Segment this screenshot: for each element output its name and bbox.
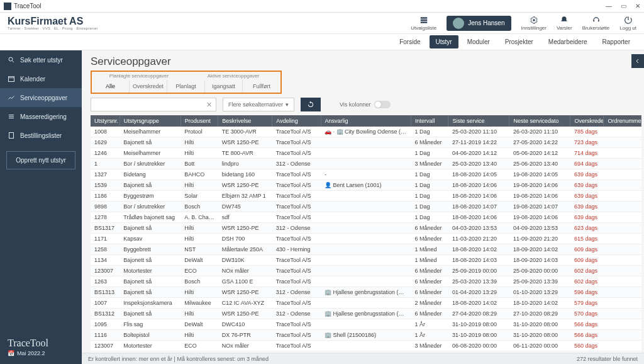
close-button[interactable]: ✕ (635, 3, 640, 9)
cell: 1 År (411, 330, 448, 341)
column-header[interactable]: Intervall (411, 115, 448, 127)
cell: Målertavle 250A (218, 244, 272, 255)
cell: Bor / skrutrekker (119, 159, 180, 169)
support-label: Brukerstøtte (582, 25, 610, 31)
settings-button[interactable]: Innstillinger (521, 16, 547, 31)
side-panel-toggle[interactable] (631, 54, 644, 68)
table-row[interactable]: 1116BoltepistolHiltiDX 76-PTRTraceTool A… (91, 330, 641, 341)
column-header[interactable]: Utstyrsgruppe (119, 115, 180, 127)
table-row[interactable]: 1258ByggebrettNSTMålertavle 250A430 - He… (91, 244, 641, 255)
column-header[interactable]: Produsent (180, 115, 218, 127)
table-row[interactable]: 1263Bajonett såBoschGSA 1100 ETraceTool … (91, 276, 641, 287)
filter-tab-fullfort[interactable]: Fullført (243, 80, 280, 93)
more-filters-button[interactable]: Flere søkealternativer▾ (223, 98, 294, 111)
table-row[interactable]: 1186ByggestrømSolarElbjørn 32 AMP 1Trace… (91, 191, 641, 202)
sidebar-item-massedit[interactable]: Masseredigering (0, 107, 82, 126)
cell: GSA 1100 E (218, 276, 272, 287)
filter-tab-alle[interactable]: Alle (92, 80, 130, 93)
table-row[interactable]: 1629Bajonett såHiltiWSR 1250-PETraceTool… (91, 137, 641, 148)
sidebar-item-search[interactable]: Søk etter utstyr (0, 50, 82, 69)
cell (321, 223, 411, 234)
table-row[interactable]: 1327BidetangBAHCObidetang 160TraceTool A… (91, 169, 641, 180)
cell: 1 År (411, 319, 448, 330)
cell (604, 127, 641, 137)
column-header[interactable]: Ansvarlig (321, 115, 411, 127)
logout-button[interactable]: Logg ut (619, 16, 636, 31)
column-header[interactable]: Utstyrsnr. (91, 115, 119, 127)
alerts-button[interactable]: Varsler (557, 16, 572, 31)
user-chip[interactable]: Jens Hansen (447, 16, 511, 31)
table-row[interactable]: 1008MeiselhammerProtoolTE 3000-AVRTraceT… (91, 127, 641, 137)
column-header[interactable]: Overskredet (570, 115, 604, 127)
support-button[interactable]: Brukerstøtte (582, 16, 610, 31)
column-header[interactable]: Ordrenummer (604, 115, 641, 127)
nav-moduler[interactable]: Moduler (461, 35, 496, 48)
cell: 👤 Bent Larsen (1001) (321, 180, 411, 191)
maximize-button[interactable]: ▭ (621, 3, 626, 9)
column-header[interactable]: Avdeling (272, 115, 321, 127)
cell: ECO (180, 341, 218, 351)
table-row[interactable]: 1Bor / skrutrekkerBottlindpro312 - Odens… (91, 159, 641, 169)
table-row[interactable]: BS1317Bajonett såHiltiWSR 1250-PE312 - O… (91, 223, 641, 234)
cell (604, 137, 641, 148)
filter-group-label: Planlagte serviceoppgaver (92, 72, 186, 80)
cell: Bidetang (119, 169, 180, 180)
table-row[interactable]: 123007MotortesterECONOx målerTraceTool A… (91, 341, 641, 351)
status-left: Er kontrollert innen: mer enn et år | Må… (88, 356, 269, 362)
cell (604, 276, 641, 287)
cell: 1 Dag (411, 191, 448, 202)
utvalgsliste-button[interactable]: Utvalgsliste (411, 16, 436, 31)
cell: 1171 (91, 234, 119, 244)
search-box[interactable]: ✕ (91, 98, 216, 111)
table-row[interactable]: BS1313Bajonett såHiltiWSR 1250-PE312 - O… (91, 287, 641, 298)
table-row[interactable]: 1134Bajonett såDeWaltDW310KTraceTool A/S… (91, 255, 641, 266)
cell: 25-03-2020 13:40 (448, 159, 509, 169)
sidebar-item-label: Bestillingslister (20, 132, 62, 139)
nav-forside[interactable]: Forside (393, 35, 426, 48)
refresh-button[interactable] (301, 98, 321, 111)
filter-tab-overskredet[interactable]: Overskredet (130, 80, 167, 93)
sidebar-item-orders[interactable]: Bestillingslister (0, 126, 82, 145)
cell: BS1312 (91, 309, 119, 319)
filter-tab-planlagt[interactable]: Planlagt (167, 80, 205, 93)
nav-medarbeidere[interactable]: Medarbeidere (542, 35, 594, 48)
column-header[interactable]: Beskrivelse (218, 115, 272, 127)
cell: Protool (180, 127, 218, 137)
column-header[interactable]: Neste servicedato (509, 115, 570, 127)
cell: TraceTool A/S (272, 276, 321, 287)
cell: TraceTool A/S (272, 319, 321, 330)
cell: 18-10-2020 14:02 (509, 298, 570, 309)
table-row[interactable]: 9898Bor / skrutrekkerBoschDW745TraceTool… (91, 202, 641, 212)
search-input[interactable] (95, 101, 206, 108)
column-header[interactable]: Siste service (448, 115, 509, 127)
nav-rapporter[interactable]: Rapporter (596, 35, 636, 48)
cell: Hilti (180, 180, 218, 191)
minimize-button[interactable]: — (606, 3, 612, 9)
nav-prosjekter[interactable]: Prosjekter (499, 35, 540, 48)
cell (604, 330, 641, 341)
cell: 639 dags (570, 202, 604, 212)
sidebar-item-calendar[interactable]: Kalender (0, 69, 82, 88)
table-row[interactable]: 1171KapsavHiltiDSH 700TraceTool A/S6 Mån… (91, 234, 641, 244)
nav-utstyr[interactable]: Utstyr (430, 35, 458, 48)
table-row[interactable]: 1246MeiselhammerHiltiTE 800-AVRTraceTool… (91, 148, 641, 159)
filter-tab-igangsatt[interactable]: Igangsatt (205, 80, 243, 93)
status-bar: Er kontrollert innen: mer enn et år | Må… (82, 353, 644, 364)
cell (604, 159, 641, 169)
cell: 31-10-2019 08:00 (448, 330, 509, 341)
create-equipment-button[interactable]: Opprett nytt utstyr (6, 151, 75, 169)
clear-icon[interactable]: ✕ (206, 101, 212, 109)
svg-rect-0 (420, 17, 427, 18)
table-row[interactable]: 1278Trådløs bajonett sagA. B. ChancesdfT… (91, 212, 641, 223)
cell: 1095 (91, 319, 119, 330)
table-row[interactable]: 1539Bajonett såHiltiWSR 1250-PETraceTool… (91, 180, 641, 191)
visible-columns-toggle[interactable]: Vis kolonner (340, 101, 391, 108)
cell: Hilti (180, 148, 218, 159)
table-row[interactable]: BS1312Bajonett såHiltiWSR 1250-PE312 - O… (91, 309, 641, 319)
table-row[interactable]: 1007InspeksjonskameraMilwaukeeC12 IC AVA… (91, 298, 641, 309)
table-row[interactable]: 1095Flis sagDeWaltDWC410TraceTool A/S1 Å… (91, 319, 641, 330)
cell: 31-10-2020 08:00 (509, 319, 570, 330)
table-row[interactable]: 123007MotortesterECONOx målerTraceTool A… (91, 266, 641, 276)
sidebar-item-service[interactable]: Serviceoppgaver (0, 88, 82, 107)
cell: 639 dags (570, 191, 604, 202)
